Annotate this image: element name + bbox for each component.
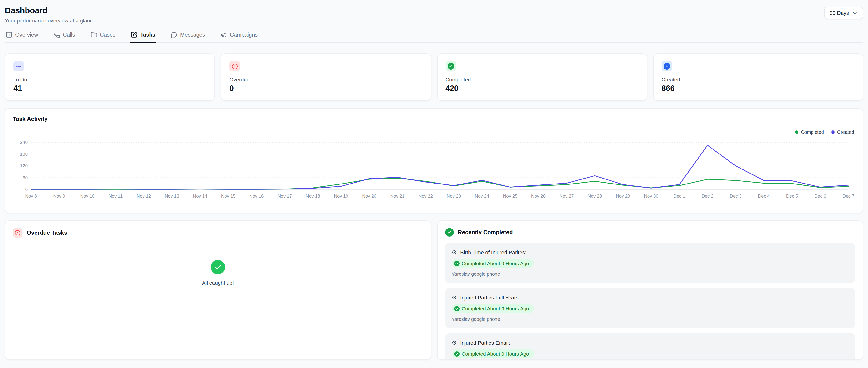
status-dot-icon [452,295,456,300]
task-activity-panel: Task Activity Completed Created 06012018… [5,108,863,213]
svg-text:Nov 26: Nov 26 [531,194,546,199]
stat-label: To Do [13,77,207,82]
alert-circle-icon [13,228,22,238]
megaphone-icon [220,31,227,38]
svg-text:240: 240 [20,140,28,145]
overdue-tasks-panel: Overdue Tasks All caught up! [5,221,431,360]
stats-row: To Do 41 Overdue 0 Completed 420 Created… [5,53,863,101]
svg-text:Dec 4: Dec 4 [758,194,770,199]
completed-badge: Completed About 9 Hours Ago [452,304,534,313]
svg-text:Nov 9: Nov 9 [53,194,65,199]
tab-overview[interactable]: Overview [5,30,39,42]
svg-text:Nov 19: Nov 19 [334,194,348,199]
page-header: Dashboard Your performance overview at a… [5,5,863,23]
legend-completed[interactable]: Completed [795,130,824,135]
svg-text:Nov 21: Nov 21 [390,194,404,199]
stat-card-overdue: Overdue 0 [221,53,431,101]
check-circle-icon [445,228,454,237]
header-text: Dashboard Your performance overview at a… [5,6,96,23]
svg-text:Dec 5: Dec 5 [786,194,798,199]
list-icon [13,61,24,71]
check-circle-icon [454,306,459,311]
created-dot-icon [832,130,835,134]
panel-title: Overdue Tasks [27,230,67,236]
list-item[interactable]: Birth Time of Injured Parites: Completed… [445,243,855,283]
overdue-panel-header: Overdue Tasks [13,228,423,238]
svg-text:60: 60 [23,175,28,180]
tab-calls[interactable]: Calls [53,30,76,42]
tab-tasks[interactable]: Tasks [130,30,156,42]
date-range-selector[interactable]: 30 Days [824,7,863,19]
check-circle-icon [211,260,225,274]
svg-text:Dec 7: Dec 7 [842,194,855,199]
svg-text:Nov 11: Nov 11 [108,194,123,199]
tab-label: Cases [100,32,115,38]
svg-text:Nov 16: Nov 16 [249,194,264,199]
completed-badge: Completed About 9 Hours Ago [452,259,534,268]
badge-label: Completed About 9 Hours Ago [462,351,529,357]
legend-created[interactable]: Created [832,130,854,135]
svg-text:Nov 24: Nov 24 [475,194,489,199]
tab-label: Messages [180,32,205,38]
stat-value: 420 [445,84,639,93]
legend-label: Created [837,130,854,135]
panel-title: Recently Completed [458,229,513,236]
chevron-down-icon [852,10,858,15]
svg-text:Nov 28: Nov 28 [588,194,602,199]
tab-bar: Overview Calls Cases Tasks Messages Camp… [5,30,863,43]
status-dot-icon [452,250,456,255]
check-circle-icon [454,351,459,356]
svg-text:Nov 27: Nov 27 [559,194,574,199]
task-title: Injured Parties Full Years: [460,295,520,300]
stat-card-todo: To Do 41 [5,53,215,101]
check-circle-icon [454,261,459,266]
svg-text:Nov 17: Nov 17 [277,194,292,199]
tab-campaigns[interactable]: Campaigns [219,30,258,42]
tab-label: Calls [63,32,75,38]
completed-badge: Completed About 9 Hours Ago [452,349,534,358]
date-range-value: 30 Days [830,10,849,16]
svg-text:Nov 29: Nov 29 [616,194,630,199]
svg-text:Nov 10: Nov 10 [80,194,94,199]
recently-completed-list: Birth Time of Injured Parites: Completed… [445,243,855,360]
svg-text:Nov 22: Nov 22 [418,194,433,199]
alert-circle-icon [229,61,240,71]
svg-text:Nov 13: Nov 13 [165,194,179,199]
stat-card-created: Created 866 [653,53,864,101]
status-dot-icon [452,340,456,345]
svg-text:Nov 12: Nov 12 [136,194,151,199]
task-title: Injured Parties Email: [460,340,510,346]
svg-text:Dec 6: Dec 6 [814,194,826,199]
stat-label: Overdue [229,77,423,82]
folder-icon [90,31,97,38]
bottom-panels: Overdue Tasks All caught up! Recently Co… [5,221,863,360]
check-circle-icon [445,61,456,71]
stat-value: 41 [13,84,207,93]
tab-label: Tasks [140,32,155,38]
svg-text:Nov 8: Nov 8 [25,194,37,199]
empty-state-message: All caught up! [202,280,234,286]
recently-completed-panel: Recently Completed Birth Time of Injured… [437,221,863,360]
bar-chart-square-icon [6,31,12,38]
stat-value: 866 [661,84,855,93]
tab-label: Campaigns [230,32,258,38]
legend-label: Completed [801,130,824,135]
svg-text:Nov 14: Nov 14 [193,194,208,199]
list-item[interactable]: Injured Parties Email: Completed About 9… [445,333,855,360]
phone-icon [53,31,60,38]
task-title: Birth Time of Injured Parites: [460,249,526,255]
completed-dot-icon [795,130,798,134]
badge-label: Completed About 9 Hours Ago [462,260,529,266]
tab-messages[interactable]: Messages [170,30,206,42]
svg-text:Nov 20: Nov 20 [362,194,376,199]
plus-circle-icon [661,61,672,71]
tab-cases[interactable]: Cases [89,30,116,42]
badge-label: Completed About 9 Hours Ago [462,306,529,311]
task-meta: Yaroslav google phone [452,271,848,277]
list-item[interactable]: Injured Parties Full Years: Completed Ab… [445,288,855,329]
svg-text:120: 120 [20,163,28,168]
dashboard-page: Dashboard Your performance overview at a… [0,0,868,368]
task-activity-line-chart: 060120180240Nov 8Nov 9Nov 10Nov 11Nov 12… [13,123,856,209]
svg-text:180: 180 [20,152,28,157]
svg-text:0: 0 [25,187,28,192]
